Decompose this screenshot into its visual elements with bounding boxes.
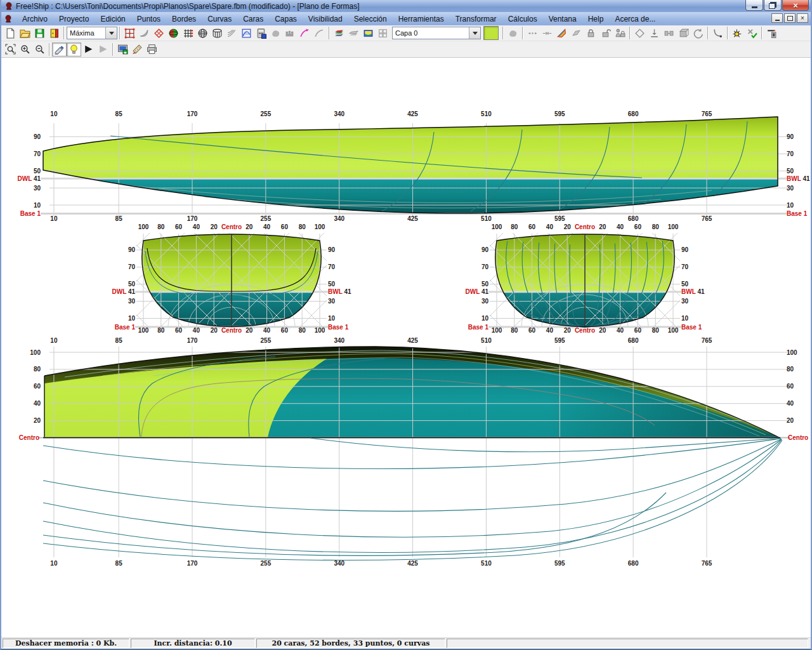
print-button[interactable] [145,43,159,56]
menu-item-help[interactable]: Help [582,12,610,25]
buttocks-button[interactable] [195,26,210,40]
new-file-button[interactable] [3,26,18,40]
extrude-button[interactable] [676,26,691,40]
rotate-button[interactable] [691,26,705,40]
menu-item-archivo[interactable]: Archivo [16,12,53,25]
layers-grey-button[interactable] [346,26,361,40]
minimize-button[interactable] [745,0,763,11]
stations-button[interactable] [181,26,195,40]
title-bar[interactable]: Free!Ship : C:\Users\Toni\Documents\Prop… [1,0,811,12]
chevron-down-icon[interactable] [469,27,480,39]
menu-item-ventana[interactable]: Ventana [543,12,582,25]
svg-text:Centro: Centro [19,434,39,441]
zoom-in-button[interactable] [18,43,32,56]
menu-item-herramientas[interactable]: Herramientas [393,12,450,25]
layer-select[interactable]: Capa 0 [392,27,481,39]
calculations-button[interactable] [254,26,268,40]
new-face-button[interactable] [632,26,647,40]
crease-edges-button[interactable] [152,26,166,40]
insert-curve-button[interactable] [710,26,725,40]
menu-item-transformar[interactable]: Transformar [450,12,502,25]
mdi-minimize-button[interactable] [771,13,783,23]
lock-points-button[interactable] [584,26,598,40]
separator [707,27,709,39]
solid-grey-button[interactable] [506,26,520,40]
unlock-points-button[interactable] [598,26,613,40]
menu-item-capas[interactable]: Capas [269,12,303,25]
menu-item-bordes[interactable]: Bordes [166,12,202,25]
shade-button[interactable] [67,43,81,56]
restore-button[interactable] [764,0,782,11]
measure-button[interactable] [130,43,145,56]
lock-all-button[interactable] [613,26,627,40]
close-button[interactable]: × [782,0,809,11]
svg-text:70: 70 [681,263,689,270]
cut-tool-button[interactable] [764,26,779,40]
svg-text:20: 20 [211,327,218,334]
menu-item-clculos[interactable]: Cálculos [502,12,543,25]
check-model-button[interactable] [745,26,759,40]
insert-curve-icon [712,28,723,39]
develop-plates-button[interactable] [332,26,346,40]
intersect-layers-button[interactable] [730,26,745,40]
control-net-button[interactable] [122,26,137,40]
menu-item-visibilidad[interactable]: Visibilidad [303,12,348,25]
precision-select[interactable]: Máxima [67,27,117,39]
menu-item-proyecto[interactable]: Proyecto [53,12,95,25]
developability-button[interactable] [96,43,110,56]
svg-text:100: 100 [787,349,797,356]
svg-text:100: 100 [668,223,679,230]
svg-text:40: 40 [546,327,554,334]
menu-item-acercade[interactable]: Acerca de... [609,12,661,25]
layer-properties-button[interactable] [361,26,376,40]
add-point-button[interactable] [525,26,540,40]
svg-text:90: 90 [481,246,489,253]
flowlines-button[interactable] [298,26,312,40]
menu-item-edicin[interactable]: Edición [95,12,131,25]
zoom-out-button[interactable] [32,43,47,56]
control-curves-icon [139,28,150,39]
zoom-in-icon [20,44,30,55]
mdi-close-button[interactable]: × [797,13,808,23]
svg-text:510: 510 [481,110,492,117]
layer-grid-button[interactable] [376,26,390,40]
project-point-button[interactable] [554,26,569,40]
layer-color-swatch[interactable] [483,26,499,40]
save-file-button[interactable] [32,26,47,40]
curves-grey-button[interactable] [312,26,327,40]
open-file-button[interactable] [18,26,32,40]
collapse-point-button[interactable] [540,26,554,40]
save-image-button[interactable] [115,43,130,56]
interior-edges-button[interactable] [166,26,181,40]
svg-text:20: 20 [246,223,253,230]
menu-item-curvas[interactable]: Curvas [202,12,237,25]
wide-lines-button[interactable] [52,43,67,56]
mdi-restore-button[interactable] [784,13,796,23]
volume-button[interactable] [268,26,283,40]
control-curves-button[interactable] [137,26,152,40]
waterlines-button[interactable] [210,26,225,40]
menu-item-caras[interactable]: Caras [237,12,269,25]
plane-grey-button[interactable] [569,26,584,40]
developability-icon [98,44,108,55]
svg-text:765: 765 [702,110,712,117]
resistance-button[interactable] [283,26,298,40]
diagonals-button[interactable] [225,26,239,40]
align-points-button[interactable] [647,26,662,40]
exit-button[interactable] [47,26,62,40]
svg-text:340: 340 [334,110,344,117]
svg-text:Base 1: Base 1 [328,324,349,331]
zoom-extents-button[interactable] [3,43,18,56]
menu-item-seleccin[interactable]: Selección [348,12,393,25]
wireframe-button[interactable] [81,43,96,56]
chevron-down-icon[interactable] [105,27,117,39]
hydrostatics-button[interactable] [239,26,254,40]
solid-grey-icon [508,28,518,39]
svg-text:425: 425 [407,215,418,222]
status-empty [447,639,808,648]
status-increment: Incr. distancia: 0.10 [131,639,255,648]
lines-plan-canvas[interactable]: 1085170255340425510595680765108517025534… [1,58,811,637]
collapse-edge-button[interactable] [662,26,676,40]
menu-item-puntos[interactable]: Puntos [131,12,166,25]
svg-text:10: 10 [681,315,689,322]
